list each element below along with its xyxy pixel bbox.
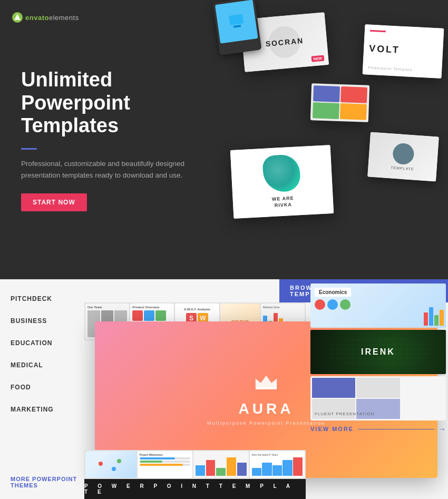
- start-now-button[interactable]: START NOW: [21, 193, 87, 211]
- sidebar-item-food[interactable]: FOOD: [11, 384, 84, 391]
- bottom-preview-strip: United States Project Milestones: [84, 450, 306, 479]
- more-themes-label: MORE POWERPOINT THEMES: [11, 476, 81, 488]
- logo-text: envatoelements: [25, 14, 79, 22]
- sidebar-navigation: PITCHDECK BUSINESS EDUCATION MEDICAL FOO…: [0, 279, 84, 499]
- fluent-thumbnail[interactable]: FLUENT PRESENTATION: [310, 376, 446, 420]
- hero-description: Professional, customizable and beautiful…: [21, 158, 200, 181]
- sidebar-item-education[interactable]: EDUCATION: [11, 339, 84, 347]
- hero-title: Unlimited Powerpoint Templates: [21, 69, 221, 138]
- browse-section: PITCHDECK BUSINESS EDUCATION MEDICAL FOO…: [0, 279, 448, 499]
- economics-thumbnail[interactable]: Economics: [310, 283, 446, 328]
- mini-block-3: [313, 102, 339, 119]
- rivka-blob: [262, 154, 301, 193]
- templates-main-area: BROWSE OUR POWERPOINT TEMPLATES → Our Te…: [84, 279, 448, 499]
- view-more-section[interactable]: VIEW MORE →: [310, 423, 446, 435]
- mini-block-4: [340, 103, 367, 120]
- volt-card-inner: VOLT Powerpoint Template: [363, 24, 444, 79]
- aura-template-subtitle: Multipurpose Powerpoint Presentation: [207, 420, 325, 426]
- irenk-text: IRENK: [361, 347, 395, 357]
- volt-label: VOLT: [369, 43, 438, 58]
- sidebar-item-medical[interactable]: MEDICAL: [11, 361, 84, 369]
- device-mockup: [212, 0, 261, 55]
- hero-images-collage: SOCRAN NEW VOLT Powerpoint Template: [216, 0, 448, 279]
- rivka-template-card: WE ARERIVKA: [230, 145, 334, 219]
- extra-card-1-text: TEMPLATE: [391, 165, 414, 171]
- column-chart-preview[interactable]: from the latest 5 Years: [250, 451, 305, 478]
- hero-content: Unlimited Powerpoint Templates Professio…: [21, 69, 221, 211]
- sidebar-item-pitchdeck[interactable]: PITCHDECK: [11, 295, 84, 302]
- volt-template-card: VOLT Powerpoint Template: [363, 24, 444, 79]
- logo[interactable]: envatoelements: [12, 12, 79, 23]
- bottom-bar: P O W E R P O I N T T E M P L A T E: [84, 479, 306, 499]
- milestones-preview[interactable]: Project Milestones: [138, 451, 193, 478]
- sidebar-item-business[interactable]: BUSINESS: [11, 317, 84, 325]
- small-template-card-1: [310, 83, 369, 122]
- view-more-label: VIEW MORE: [310, 426, 354, 432]
- sidebar-item-marketing[interactable]: MARKETING: [11, 406, 84, 413]
- svg-rect-4: [256, 387, 277, 389]
- volt-accent-bar: [370, 30, 386, 33]
- svg-rect-2: [229, 14, 244, 25]
- mini-block-1: [313, 85, 340, 102]
- extra-card-1: TEMPLATE: [367, 132, 439, 182]
- mini-block-2: [340, 86, 367, 103]
- geo-map-visual: [85, 451, 137, 478]
- svg-rect-3: [233, 25, 241, 28]
- bottom-bar-text: P O W E R P O I N T T E M P L A T E: [84, 483, 306, 495]
- device-screen: [215, 0, 258, 43]
- more-themes-link[interactable]: MORE POWERPOINT THEMES: [11, 476, 84, 488]
- fluent-label: FLUENT PRESENTATION: [315, 412, 374, 416]
- view-more-line: [358, 429, 434, 429]
- small-card-1-inner: [310, 83, 369, 122]
- right-thumbnails-panel: Economics IRENK: [308, 281, 448, 437]
- rivka-label: WE ARERIVKA: [272, 195, 295, 209]
- socran-badge: NEW: [311, 55, 324, 62]
- bar-chart-preview[interactable]: [193, 451, 249, 478]
- envato-logo-icon: [12, 12, 23, 23]
- volt-subtitle: Powerpoint Template: [368, 66, 436, 73]
- view-more-arrow-icon: →: [439, 425, 446, 433]
- map-preview[interactable]: United States: [85, 451, 137, 478]
- hero-section: envatoelements Unlimited Powerpoint Temp…: [0, 0, 448, 279]
- aura-crown-icon: [253, 374, 279, 394]
- economics-label: Economics: [315, 288, 351, 297]
- hero-divider: [21, 148, 37, 150]
- irenk-thumbnail[interactable]: IRENK IRENK: [310, 330, 446, 374]
- aura-template-title: AURA: [239, 400, 294, 417]
- socran-label: SOCRAN: [265, 36, 304, 48]
- rivka-card-inner: WE ARERIVKA: [230, 145, 334, 219]
